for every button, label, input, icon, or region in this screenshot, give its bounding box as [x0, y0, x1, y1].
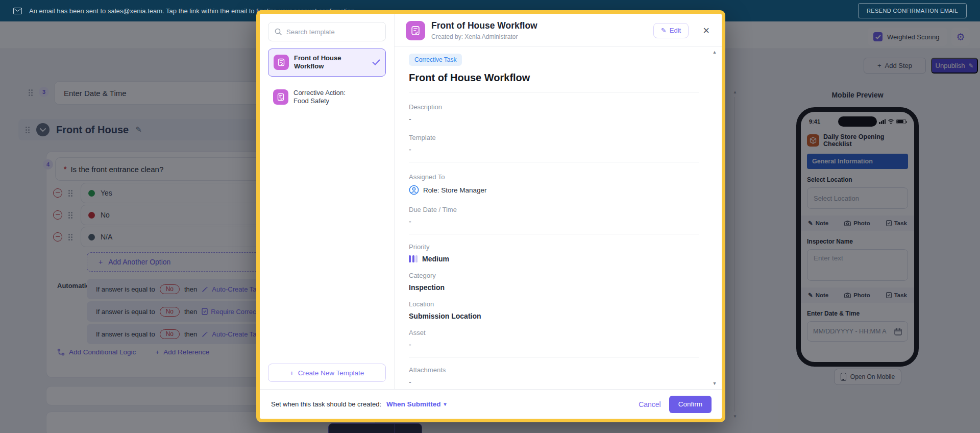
detail-content: Corrective Task Front of House Workflow … — [395, 46, 722, 389]
field-label: Priority — [409, 243, 699, 251]
divider — [409, 92, 699, 92]
template-detail-panel: Front of House Workflow Created by: Xeni… — [395, 14, 722, 389]
field-label: Location — [409, 300, 699, 308]
priority-value: Medium — [409, 255, 699, 263]
task-title: Front of House Workflow — [409, 72, 699, 84]
task-template-modal: Front of House Workflow Corrective Actio… — [256, 10, 725, 422]
field-value: - — [409, 218, 699, 226]
when-created-dropdown[interactable]: When Submitted ▾ — [386, 400, 447, 408]
pencil-icon: ✎ — [661, 27, 667, 34]
field-label: Attachments — [409, 366, 699, 374]
divider — [409, 357, 699, 357]
envelope-icon — [13, 8, 22, 14]
field-label: Asset — [409, 329, 699, 336]
field-value: - — [409, 115, 699, 123]
template-search — [268, 22, 386, 41]
field-label: Template — [409, 134, 699, 141]
user-circle-icon — [409, 185, 419, 195]
field-value: - — [409, 341, 699, 349]
clipboard-icon — [277, 58, 285, 66]
schedule-setting-label: Set when this task should be created: — [271, 400, 381, 408]
modal-footer: Set when this task should be created: Wh… — [260, 389, 722, 419]
divider — [409, 234, 699, 234]
template-item-corrective-action[interactable]: Corrective Action: Food Safety — [268, 84, 386, 111]
scroll-up-icon[interactable]: ▲ — [712, 50, 718, 55]
priority-medium-icon — [409, 255, 418, 262]
field-value: Submission Location — [409, 312, 699, 320]
clipboard-icon — [277, 93, 285, 101]
task-type-badge: Corrective Task — [409, 54, 462, 66]
caret-down-icon: ▾ — [444, 401, 447, 407]
search-icon — [275, 28, 282, 35]
field-value: - — [409, 378, 699, 386]
field-label: Due Date / Time — [409, 206, 699, 213]
template-icon — [406, 21, 425, 40]
close-icon[interactable]: × — [703, 25, 709, 36]
field-label: Category — [409, 272, 699, 279]
clipboard-icon — [410, 26, 421, 36]
created-by-text: Created by: Xenia Administrator — [431, 33, 537, 40]
resend-confirmation-email-button[interactable]: RESEND CONFIRMATION EMAIL — [858, 3, 967, 18]
plus-icon: + — [290, 369, 294, 377]
divider — [409, 162, 699, 162]
cancel-button[interactable]: Cancel — [639, 400, 661, 408]
search-template-input[interactable] — [286, 28, 379, 36]
selected-check-icon — [372, 59, 380, 65]
field-label: Assigned To — [409, 173, 699, 181]
confirm-button[interactable]: Confirm — [669, 396, 712, 413]
template-icon — [273, 89, 288, 105]
template-item-front-of-house[interactable]: Front of House Workflow — [268, 49, 386, 77]
create-new-template-button[interactable]: + Create New Template — [268, 364, 386, 382]
app-root: An email has been sent to sales@xenia.te… — [0, 0, 980, 433]
field-value: Inspection — [409, 283, 699, 292]
template-icon — [274, 55, 289, 70]
edit-button[interactable]: ✎ Edit — [653, 23, 689, 38]
detail-scrollbar[interactable]: ▲ ▼ — [712, 50, 718, 386]
scroll-down-icon[interactable]: ▼ — [712, 381, 718, 386]
detail-title: Front of House Workflow — [431, 20, 537, 31]
template-list-panel: Front of House Workflow Corrective Actio… — [260, 14, 395, 389]
detail-header: Front of House Workflow Created by: Xeni… — [395, 14, 722, 46]
field-label: Description — [409, 103, 699, 111]
field-value: - — [409, 146, 699, 154]
assigned-to-value: Role: Store Manager — [409, 185, 699, 195]
